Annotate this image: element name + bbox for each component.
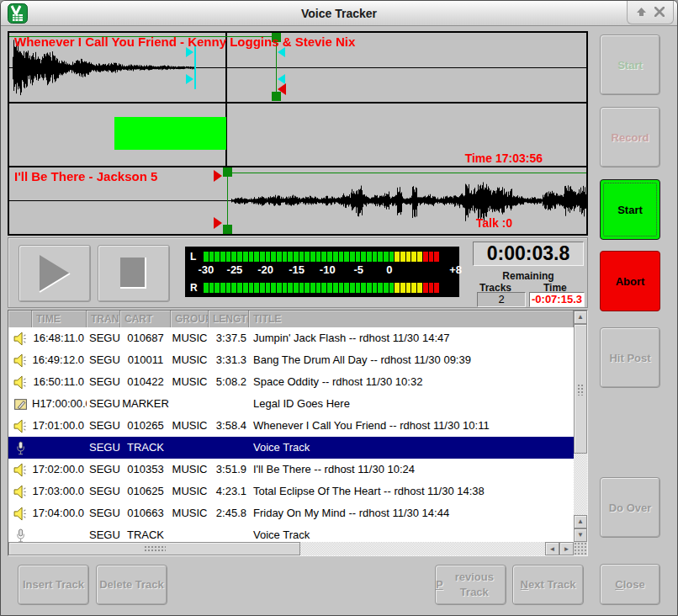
meter-segment-yellow (417, 283, 422, 293)
meter-segment-green (220, 283, 225, 293)
record-button[interactable]: Record (600, 107, 660, 167)
vertical-scroll-track[interactable] (574, 454, 587, 515)
horizontal-scroll-track[interactable] (300, 542, 545, 555)
meter-segment-green (254, 252, 259, 262)
meter-scale-label: -15 (289, 263, 305, 276)
cell-time: 16:48:11.0 (32, 327, 87, 349)
voice-track-region[interactable] (114, 117, 226, 150)
log-row[interactable]: SEGUETRACKVoice Track (8, 524, 574, 542)
track1-waveform-strip[interactable]: Whenever I Call You Friend - Kenny Loggi… (9, 33, 586, 102)
cell-title: Bang The Drum All Day -- rdhost 11/30 09… (249, 349, 574, 371)
audio-level-meter: L -30-25-20-15-10-50+8 R (185, 247, 459, 297)
meter-segment-green (299, 252, 305, 262)
cell-cart: 010353 (120, 459, 171, 481)
log-row[interactable]: 16:49:12.0SEGUE010011MUSIC3:31.3Bang The… (8, 349, 574, 371)
column-header-time[interactable]: TIME (32, 311, 87, 327)
log-row[interactable]: 16:50:11.0SEGUE010422MUSIC5:08.2Space Od… (8, 371, 574, 393)
meter-segment-green (339, 252, 344, 262)
stop-button[interactable] (98, 245, 170, 302)
meter-right-label: R (190, 282, 202, 294)
close-window-icon[interactable] (654, 7, 665, 19)
column-header-trans[interactable]: TRANS (87, 311, 120, 327)
next-track-button[interactable]: Next Track (512, 565, 584, 605)
previous-track-button[interactable]: Previous Track (435, 565, 506, 605)
hit-post-button[interactable]: Hit Post (600, 327, 660, 388)
horizontal-scroll-thumb[interactable] (8, 542, 300, 555)
meter-segment-green (344, 283, 349, 293)
column-header-cart[interactable]: CART (120, 311, 171, 327)
segue-end-handle[interactable] (278, 83, 286, 95)
meter-segment-green (283, 283, 288, 293)
horizontal-scrollbar[interactable]: ◄ ► (8, 542, 574, 555)
column-header-group[interactable]: GROUP (171, 311, 209, 327)
fade-marker-bottom-handle[interactable] (186, 74, 193, 84)
meter-segment-green (373, 252, 378, 262)
scroll-up2-icon[interactable]: ▲ (574, 515, 587, 528)
start-button-disabled[interactable]: Start (600, 35, 660, 95)
meter-segment-green (204, 252, 209, 262)
cell-length (209, 524, 249, 542)
cell-group: MUSIC (171, 371, 209, 393)
cell-group (171, 437, 209, 459)
window-title: Voice Tracker (1, 7, 677, 20)
cell-trans: SEGUE (87, 415, 120, 437)
cell-group: MUSIC (171, 481, 209, 502)
meter-segment-green (260, 252, 265, 262)
titlebar[interactable]: Voice Tracker (1, 1, 677, 26)
track2-start-marker-top-handle[interactable] (223, 167, 232, 177)
meter-segment-green (344, 252, 349, 262)
scroll-right-icon[interactable]: ► (559, 542, 574, 555)
cell-group: MUSIC (171, 502, 209, 524)
meter-segment-green (339, 283, 344, 293)
meter-segment-green (271, 252, 276, 262)
log-row[interactable]: 17:01:00.0SEGUE010265MUSIC3:58.4Whenever… (8, 415, 574, 437)
meter-segment-green (350, 252, 355, 262)
vertical-scroll-thumb[interactable] (574, 324, 587, 454)
log-row[interactable]: 17:02:00.0SEGUE010353MUSIC3:51.9I'll Be … (8, 459, 574, 481)
cell-cart: 010687 (120, 327, 171, 349)
track2-start-marker-bottom-handle[interactable] (223, 225, 232, 234)
segue-start-bottom-handle[interactable] (214, 217, 222, 229)
scroll-left-icon[interactable]: ◄ (545, 542, 559, 555)
delete-track-button[interactable]: Delete Track (96, 565, 167, 605)
cell-group (171, 524, 209, 542)
column-header-title[interactable]: TITLE (249, 311, 574, 327)
log-row[interactable]: 17:04:00.0SEGUE010663MUSIC2:45.8Friday O… (8, 502, 574, 524)
meter-segment-yellow (411, 252, 416, 262)
cell-title: Voice Track (249, 437, 574, 459)
scroll-up-icon[interactable]: ▲ (574, 311, 587, 324)
meter-segment-green (231, 283, 236, 293)
segue-start-top-handle[interactable] (214, 170, 222, 182)
cell-length: 3:37.5 (209, 327, 249, 349)
scroll-down-icon[interactable]: ▼ (574, 528, 587, 542)
column-header-length[interactable]: LENGTH (209, 311, 249, 327)
meter-segment-red (423, 252, 428, 262)
insert-track-button[interactable]: Insert Track (18, 565, 89, 605)
track2-start-marker-line[interactable] (227, 169, 228, 232)
start-button-active[interactable]: Start (600, 179, 660, 240)
abort-button[interactable]: Abort (600, 251, 660, 311)
shade-window-icon[interactable] (636, 7, 647, 19)
fade-marker-line[interactable] (194, 45, 196, 89)
meter-segment-green (361, 252, 366, 262)
do-over-button[interactable]: Do Over (600, 477, 660, 538)
play-button[interactable] (19, 245, 91, 302)
column-header-icon[interactable] (8, 311, 32, 327)
meter-segment-green (271, 283, 276, 293)
meter-segment-green (384, 252, 389, 262)
cell-time: 17:02:00.0 (32, 459, 87, 481)
vertical-scrollbar[interactable]: ▲ ▲ ▼ (574, 311, 587, 542)
log-row[interactable]: SEGUETRACKVoice Track (8, 437, 574, 459)
marker-icon (8, 393, 32, 415)
meter-scale-label: -25 (227, 263, 243, 276)
meter-segment-green (288, 252, 293, 262)
log-row[interactable]: H17:00:00.0SEGUEMARKERLegal ID Goes Here (8, 393, 574, 415)
play-icon (38, 253, 72, 294)
close-button[interactable]: Close (600, 564, 660, 605)
meter-segment-green (327, 283, 332, 293)
log-row[interactable]: 16:48:11.0SEGUE010687MUSIC3:37.5Jumpin' … (8, 327, 574, 349)
meter-segment-green (316, 283, 321, 293)
log-row[interactable]: 17:03:00.0SEGUE010625MUSIC4:23.1Total Ec… (8, 481, 574, 502)
resize-grip[interactable] (574, 542, 587, 555)
meter-segment-green (327, 252, 332, 262)
